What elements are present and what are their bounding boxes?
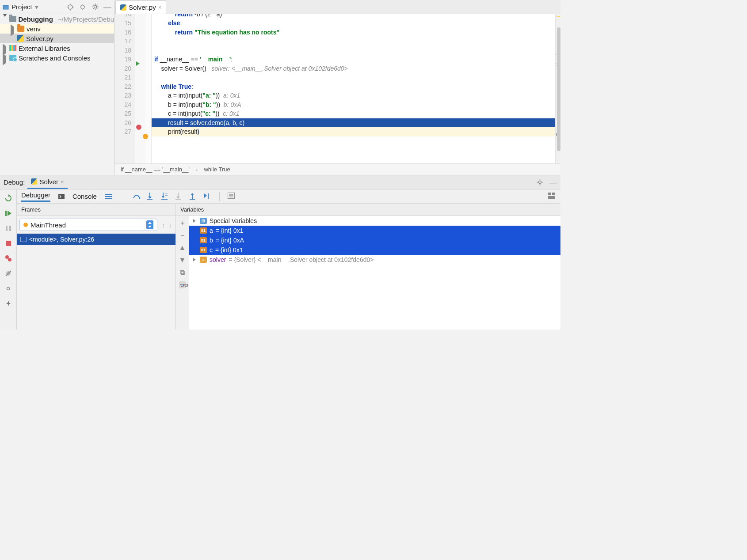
pin-icon[interactable]	[4, 299, 13, 308]
line-number[interactable]: 25	[114, 109, 131, 118]
stop-icon[interactable]	[4, 239, 13, 248]
line-number[interactable]: 21	[114, 73, 131, 82]
var-special[interactable]: ⊞ Special Variables	[189, 216, 560, 226]
line-number[interactable]: 14	[114, 14, 131, 19]
expand-icon[interactable]	[3, 17, 7, 21]
debug-label: Debug:	[4, 178, 25, 186]
expand-icon[interactable]	[11, 26, 15, 31]
debug-toolbar: Debugger Console	[17, 189, 560, 204]
run-marker-icon[interactable]	[136, 61, 143, 68]
move-up-icon[interactable]: ▲	[179, 244, 186, 251]
thread-selector[interactable]: MainThread	[19, 219, 157, 231]
collapse-icon[interactable]	[79, 3, 87, 11]
breakpoint-icon[interactable]	[136, 125, 143, 132]
copy-icon[interactable]: ⧉	[179, 269, 186, 276]
line-number[interactable]: 20	[114, 64, 131, 73]
tab-debugger[interactable]: Debugger	[21, 191, 50, 202]
overview-ruler[interactable]	[555, 14, 560, 163]
code-line[interactable]: return "This equation has no roots"	[152, 28, 555, 37]
line-number[interactable]: 15	[114, 19, 131, 28]
add-watch-icon[interactable]: ＋	[179, 219, 186, 227]
rerun-icon[interactable]	[4, 194, 13, 203]
expand-icon[interactable]	[193, 258, 197, 261]
step-into-my-code-icon[interactable]	[161, 193, 169, 201]
layout-icon[interactable]	[548, 193, 556, 201]
editor-body[interactable]: 1415161718192021222324252627 return -b /…	[114, 14, 560, 163]
close-icon[interactable]: ×	[61, 178, 64, 185]
code-line[interactable]: if __name__ == '__main__':	[152, 55, 555, 64]
show-watches-icon[interactable]: 👓	[179, 281, 186, 288]
move-down-icon[interactable]: ▼	[179, 257, 186, 264]
tab-console[interactable]: Console	[72, 193, 97, 200]
mute-breakpoints-icon[interactable]	[4, 269, 13, 278]
threads-icon[interactable]	[105, 193, 112, 200]
step-into-icon[interactable]	[147, 193, 155, 201]
sidebar-title[interactable]: Project	[11, 3, 32, 11]
line-number[interactable]: 24	[114, 100, 131, 110]
pause-icon[interactable]	[4, 224, 13, 233]
step-over-icon[interactable]	[133, 193, 141, 201]
line-number[interactable]: 17	[114, 37, 131, 46]
settings-icon[interactable]	[4, 284, 13, 293]
code-line[interactable]: result = solver.demo(a, b, c)	[152, 118, 555, 128]
code-line[interactable]: c = int(input("c: ")) c: 0x1	[152, 109, 555, 118]
remove-watch-icon[interactable]: －	[179, 232, 186, 239]
resume-icon[interactable]	[4, 209, 13, 218]
intention-bulb-icon[interactable]	[143, 134, 150, 141]
run-to-cursor-icon[interactable]	[203, 193, 211, 201]
next-frame-icon[interactable]: ↓	[167, 221, 176, 229]
prev-frame-icon[interactable]: ↑	[160, 221, 167, 229]
line-number[interactable]: 18	[114, 46, 131, 55]
dropdown-icon[interactable]: ▾	[35, 3, 38, 11]
line-number[interactable]: 26	[114, 118, 131, 128]
gear-icon[interactable]	[91, 3, 99, 11]
tree-external-libs[interactable]: External Libraries	[0, 43, 114, 53]
code-line[interactable]	[152, 73, 555, 82]
tree-scratches[interactable]: Scratches and Consoles	[0, 53, 114, 63]
code-line[interactable]: solver = Solver() solver: <__main__.Solv…	[152, 64, 555, 73]
close-icon[interactable]: ×	[158, 4, 162, 11]
editor-area: Solver.py × 1415161718192021222324252627…	[114, 0, 560, 175]
tree-root[interactable]: Debugging ~/MyProjects/Debu	[0, 14, 114, 24]
gear-icon[interactable]	[536, 178, 544, 186]
file-tab[interactable]: Solver.py ×	[115, 0, 166, 14]
code-line[interactable]: b = int(input("b: ")) b: 0xA	[152, 100, 555, 110]
line-number[interactable]: 22	[114, 82, 131, 91]
line-number[interactable]: 27	[114, 127, 131, 136]
spinner-icon[interactable]	[146, 220, 153, 229]
code-line[interactable]	[152, 37, 555, 46]
line-number[interactable]: 23	[114, 91, 131, 100]
code-line[interactable]: print(result)	[152, 127, 555, 136]
step-out-icon[interactable]	[189, 193, 197, 201]
code-line[interactable]: while True:	[152, 82, 555, 91]
view-breakpoints-icon[interactable]	[4, 254, 13, 263]
line-number[interactable]: 16	[114, 28, 131, 37]
code-line[interactable]: return -b / (2 * a)	[152, 14, 555, 19]
scrollbar-thumb[interactable]	[557, 27, 560, 151]
code-line[interactable]: a = int(input("a: ")) a: 0x1	[152, 91, 555, 100]
locate-icon[interactable]	[66, 3, 74, 11]
tree-item-venv[interactable]: venv	[0, 24, 114, 34]
stack-frame[interactable]: <module>, Solver.py:26	[17, 234, 175, 245]
breadcrumb-segment[interactable]: if __name__ == '__main__'	[121, 166, 190, 173]
breadcrumb: if __name__ == '__main__' › while True	[114, 163, 560, 175]
expand-icon[interactable]	[3, 46, 7, 50]
variable-row[interactable]: 01b = {int} 0xA	[189, 235, 560, 245]
evaluate-expression-icon[interactable]	[228, 193, 236, 201]
line-number[interactable]: 19	[114, 55, 131, 64]
expand-icon[interactable]	[3, 56, 7, 60]
tree-item-solver[interactable]: Solver.py	[0, 34, 114, 43]
debug-config-tab[interactable]: Solver ×	[27, 176, 67, 189]
code-line[interactable]	[152, 46, 555, 55]
breadcrumb-segment[interactable]: while True	[204, 166, 230, 173]
variable-row[interactable]: ≡solver = {Solver} <__main__.Solver obje…	[189, 255, 560, 265]
code-area[interactable]: return -b / (2 * a) else: return "This e…	[152, 14, 555, 163]
minimize-icon[interactable]: —	[549, 178, 557, 186]
force-step-into-icon[interactable]	[175, 193, 183, 201]
variable-row[interactable]: 01c = {int} 0x1	[189, 245, 560, 255]
expand-icon[interactable]	[193, 219, 197, 223]
minimize-icon[interactable]: —	[103, 3, 111, 11]
frames-panel: Frames MainThread ↑ ↓ <module>, Solver.p…	[17, 204, 176, 329]
code-line[interactable]: else:	[152, 19, 555, 28]
variable-row[interactable]: 01a = {int} 0x1	[189, 226, 560, 235]
